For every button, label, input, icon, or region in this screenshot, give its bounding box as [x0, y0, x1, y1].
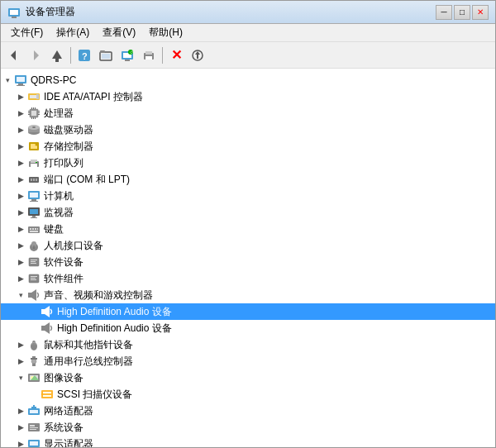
tree-item-scanner[interactable]: ▶ SCSI 扫描仪设备 — [1, 386, 495, 403]
print-expander[interactable]: ▶ — [14, 155, 27, 171]
tree-item-hid[interactable]: ▶ 人机接口设备 — [1, 237, 495, 254]
port-expander[interactable]: ▶ — [14, 171, 27, 188]
display-expander[interactable]: ▶ — [14, 436, 27, 447]
svg-rect-110 — [30, 425, 35, 427]
mouse-expander[interactable]: ▶ — [14, 336, 27, 353]
minimize-button[interactable]: ─ — [436, 5, 452, 20]
svg-rect-66 — [31, 217, 37, 218]
tree-root[interactable]: ▾ QDRS-PC — [1, 72, 495, 88]
audio1-icon — [41, 305, 54, 318]
tree-item-net[interactable]: ▶ 网络适配器 — [1, 403, 495, 419]
back-button[interactable] — [4, 45, 24, 65]
tree-item-cpu[interactable]: ▶ 处理器 — [1, 105, 495, 122]
image-label: 图像设备 — [44, 371, 83, 385]
svg-rect-22 — [197, 55, 198, 59]
tree-item-soft-dev[interactable]: ▶ 软件设备 — [1, 254, 495, 270]
root-expander[interactable]: ▾ — [1, 72, 14, 88]
menu-file[interactable]: 文件(F) — [4, 24, 50, 41]
sys-expander[interactable]: ▶ — [14, 419, 27, 436]
tree-item-audio-1[interactable]: ▶ High Definition Audio 设备 — [1, 303, 495, 320]
monitor-expander[interactable]: ▶ — [14, 204, 27, 221]
tree-item-computer[interactable]: ▶ 计算机 — [1, 188, 495, 204]
hid-expander[interactable]: ▶ — [14, 237, 27, 254]
net-expander[interactable]: ▶ — [14, 403, 27, 419]
svg-rect-24 — [17, 77, 25, 82]
close-button[interactable]: ✕ — [472, 5, 489, 20]
tree-item-keyboard[interactable]: ▶ 键盘 — [1, 221, 495, 237]
computer-expander[interactable]: ▶ — [14, 188, 27, 204]
sound-expander[interactable]: ▾ — [14, 287, 27, 303]
net-icon — [27, 404, 41, 417]
tree-item-port[interactable]: ▶ 端口 (COM 和 LPT) — [1, 171, 495, 188]
disk-expander[interactable]: ▶ — [14, 122, 27, 138]
svg-rect-78 — [31, 261, 36, 262]
tree-item-audio-2[interactable]: ▶ High Definition Audio 设备 — [1, 320, 495, 336]
svg-rect-34 — [28, 114, 30, 115]
hid-icon — [27, 239, 41, 252]
svg-rect-2 — [12, 17, 17, 18]
display-icon — [27, 437, 41, 447]
tree-item-monitor[interactable]: ▶ 监视器 — [1, 204, 495, 221]
svg-point-47 — [32, 126, 36, 128]
monitor-icon — [27, 206, 41, 219]
tree-item-soft-comp[interactable]: ▶ 软件组件 — [1, 270, 495, 287]
svg-rect-106 — [30, 410, 38, 413]
soft-dev-expander[interactable]: ▶ — [14, 254, 27, 270]
display-label: 显示适配器 — [44, 437, 93, 448]
menu-view[interactable]: 查看(V) — [96, 24, 142, 41]
tree-item-disk[interactable]: ▶ 磁盘驱动器 — [1, 122, 495, 138]
print-button[interactable] — [139, 45, 159, 65]
image-expander[interactable]: ▾ — [14, 369, 27, 386]
soft-comp-expander[interactable]: ▶ — [14, 270, 27, 287]
tree-content[interactable]: ▾ QDRS-PC ▶ IDE AT — [1, 69, 495, 447]
tree-item-usb[interactable]: ▶ 通用串行总线控制器 — [1, 353, 495, 369]
help-button[interactable]: ? — [74, 45, 94, 65]
ide-expander[interactable]: ▶ — [14, 88, 27, 105]
svg-rect-112 — [30, 429, 36, 430]
update-button[interactable] — [188, 45, 207, 65]
storage-label: 存储控制器 — [44, 140, 93, 154]
tree-item-storage[interactable]: ▶ 存储控制器 — [1, 138, 495, 155]
net-label: 网络适配器 — [44, 404, 93, 418]
properties-button[interactable] — [96, 45, 116, 65]
maximize-button[interactable]: □ — [454, 5, 470, 20]
svg-rect-29 — [36, 94, 39, 99]
menu-help[interactable]: 帮助(H) — [142, 24, 189, 41]
svg-rect-19 — [145, 56, 152, 60]
tree-item-display[interactable]: ▶ 显示适配器 — [1, 436, 495, 447]
tree-item-sys[interactable]: ▶ 系统设备 — [1, 419, 495, 436]
usb-expander[interactable]: ▶ — [14, 353, 27, 369]
title-buttons: ─ □ ✕ — [436, 5, 489, 20]
tree-item-sound[interactable]: ▾ 声音、视频和游戏控制器 — [1, 287, 495, 303]
scan-button[interactable]: ↺ — [117, 45, 137, 65]
svg-rect-70 — [35, 228, 36, 230]
svg-rect-83 — [31, 279, 36, 280]
usb-icon — [27, 355, 41, 368]
svg-rect-84 — [28, 293, 31, 298]
delete-button[interactable]: ✕ — [166, 45, 186, 65]
tree-item-print[interactable]: ▶ 打印队列 — [1, 155, 495, 171]
menu-action[interactable]: 操作(A) — [50, 24, 96, 41]
sys-label: 系统设备 — [44, 421, 83, 435]
up-button[interactable] — [47, 45, 67, 65]
title-icon — [7, 6, 21, 19]
mouse-label: 鼠标和其他指针设备 — [44, 338, 133, 352]
svg-marker-85 — [31, 289, 36, 301]
keyboard-expander[interactable]: ▶ — [14, 221, 27, 237]
svg-text:?: ? — [82, 51, 88, 61]
tree-item-ide[interactable]: ▶ IDE ATA/ATAPI 控制器 — [1, 88, 495, 105]
forward-button[interactable] — [26, 45, 45, 65]
storage-expander[interactable]: ▶ — [14, 138, 27, 155]
svg-rect-41 — [31, 117, 32, 119]
tree-item-mouse[interactable]: ▶ 鼠标和其他指针设备 — [1, 336, 495, 353]
svg-rect-31 — [31, 111, 36, 116]
svg-rect-53 — [31, 164, 37, 167]
cpu-expander[interactable]: ▶ — [14, 105, 27, 122]
svg-rect-69 — [32, 228, 34, 230]
audio2-label: High Definition Audio 设备 — [57, 322, 172, 336]
keyboard-icon — [27, 222, 41, 236]
sound-icon — [27, 288, 41, 302]
toolbar-sep-2 — [162, 47, 163, 64]
svg-rect-33 — [28, 112, 30, 113]
tree-item-image[interactable]: ▾ 图像设备 — [1, 369, 495, 386]
